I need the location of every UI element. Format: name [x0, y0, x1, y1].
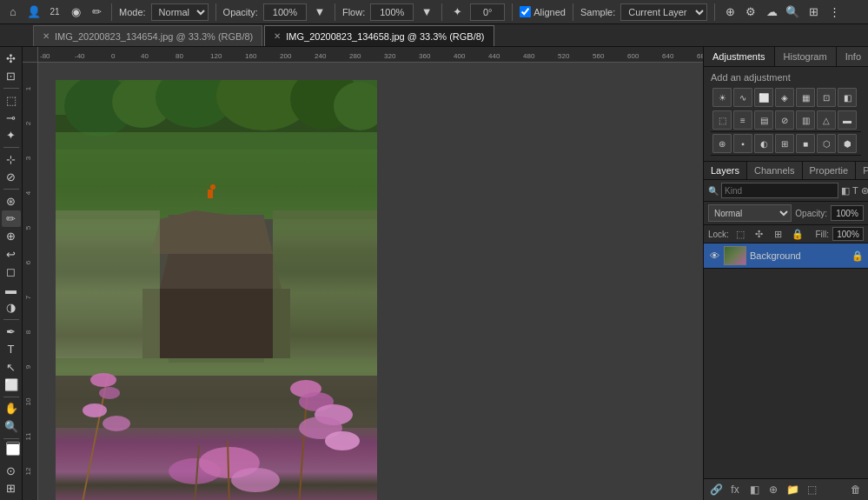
artboard-tool[interactable]: ⊡	[2, 68, 21, 83]
user-icon[interactable]: 👤	[26, 4, 42, 20]
svg-text:5: 5	[24, 225, 32, 230]
layers-search-input[interactable]	[721, 183, 838, 198]
canvas-content[interactable]	[38, 63, 703, 500]
aligned-checkbox[interactable]	[520, 6, 531, 17]
path-select-tool[interactable]: ↖	[2, 359, 21, 375]
extra-icon[interactable]: ⋮	[826, 4, 842, 20]
tab-2-close[interactable]: ✕	[274, 31, 281, 41]
smart-obj-icon[interactable]: ⬢	[838, 134, 857, 153]
marquee-tool[interactable]: ⬚	[2, 92, 21, 108]
tab-1[interactable]: ✕ IMG_20200823_134654.jpg @ 33.3% (RGB/8…	[33, 25, 262, 46]
flow-input[interactable]	[370, 3, 414, 21]
channel-mixer-icon[interactable]: ≡	[733, 110, 752, 130]
angle-input[interactable]	[470, 3, 505, 21]
eyedropper-tool[interactable]: ⊘	[2, 170, 21, 185]
airbrush-icon[interactable]: ✦	[449, 4, 465, 20]
layer-mask-icon[interactable]: ◧	[746, 482, 762, 497]
aligned-label[interactable]: Aligned	[520, 6, 566, 17]
mode-label: Mode:	[119, 7, 146, 17]
selective-color-icon[interactable]: ⊛	[712, 134, 732, 153]
flow-icon[interactable]: ▼	[419, 4, 434, 20]
exposure-icon[interactable]: ⬜	[754, 88, 773, 107]
brush-tool[interactable]: ✏	[2, 210, 21, 226]
zoom-tool[interactable]: 🔍	[2, 418, 21, 434]
background-color[interactable]	[6, 443, 20, 456]
move-tool[interactable]: ✣	[2, 50, 21, 66]
layer-new-icon[interactable]: ⬚	[804, 482, 819, 497]
photo-image	[56, 80, 377, 500]
gradient-tool[interactable]: ▬	[2, 282, 21, 297]
bw-icon[interactable]: ◧	[838, 88, 857, 107]
brush-preset-icon[interactable]: ◉	[68, 4, 83, 20]
opacity-input[interactable]	[831, 205, 864, 221]
quick-mask-tool[interactable]: ⊙	[2, 463, 21, 478]
fill-input[interactable]	[832, 227, 864, 241]
mode-dropdown[interactable]: Normal	[151, 3, 209, 21]
quick-select-tool[interactable]: ✦	[2, 128, 21, 143]
dodge-tool[interactable]: ◑	[2, 300, 21, 316]
layer-fx-icon[interactable]: fx	[727, 482, 743, 497]
shape-icon2[interactable]: ⬡	[817, 134, 836, 153]
sample-all-layers-icon[interactable]: ⊕	[722, 4, 738, 20]
eraser-tool[interactable]: ◻	[2, 264, 21, 280]
search-icon[interactable]: 🔍	[785, 4, 800, 20]
lock-pixel-btn[interactable]: ⬚	[732, 227, 748, 241]
channels-tab[interactable]: Channels	[747, 162, 802, 179]
opacity-input[interactable]	[263, 3, 307, 21]
invert-icon[interactable]: ⊘	[775, 110, 794, 130]
home-icon[interactable]: ⌂	[5, 4, 21, 20]
brush-type-icon[interactable]: ✏	[89, 4, 104, 20]
properties-tab[interactable]: Propertie	[803, 162, 857, 179]
vibrance-icon[interactable]: ◈	[775, 88, 794, 107]
spot-heal-tool[interactable]: ⊛	[2, 193, 21, 209]
threshold-icon[interactable]: △	[817, 110, 836, 130]
pen-tool[interactable]: ✒	[2, 323, 21, 339]
layers-tab[interactable]: Layers	[704, 162, 747, 179]
color-balance-icon[interactable]: ⊡	[817, 88, 836, 107]
type-tool[interactable]: T	[2, 341, 21, 357]
layer-adjustment-icon[interactable]: ⊕	[765, 482, 781, 497]
color-lookup-icon[interactable]: ▤	[754, 110, 773, 130]
layer-filter-1[interactable]: ◧	[841, 183, 850, 198]
gradient-map-icon[interactable]: ▬	[838, 110, 857, 130]
arrange-icon[interactable]: ⊞	[805, 4, 821, 20]
histogram-tab[interactable]: Histogram	[775, 47, 837, 66]
paths-tab[interactable]: Paths	[856, 162, 868, 179]
layer-visibility-icon[interactable]: 👁	[708, 250, 720, 262]
posterize-icon[interactable]: ▥	[796, 110, 815, 130]
solid-color-icon2[interactable]: ■	[796, 134, 815, 153]
hsl-icon[interactable]: ▦	[796, 88, 815, 107]
lock-artboard-btn[interactable]: ⊞	[771, 227, 786, 241]
sample-dropdown[interactable]: Current Layer	[620, 3, 707, 21]
history-tool[interactable]: ↩	[2, 246, 21, 262]
cloud-icon[interactable]: ☁	[764, 4, 779, 20]
adjustments-tab[interactable]: Adjustments	[704, 47, 775, 66]
svg-rect-44	[56, 150, 377, 219]
layer-filter-3[interactable]: ⊛	[861, 183, 868, 198]
layer-filter-2[interactable]: T	[852, 183, 858, 198]
lock-all-btn[interactable]: 🔒	[790, 227, 805, 241]
opacity-icon[interactable]: ▼	[312, 4, 328, 20]
lasso-tool[interactable]: ⊸	[2, 110, 21, 125]
crop-tool[interactable]: ⊹	[2, 151, 21, 167]
pattern-icon[interactable]: ⊞	[775, 134, 794, 153]
shadows-icon[interactable]: ◐	[754, 134, 773, 153]
settings-icon[interactable]: ⚙	[743, 4, 759, 20]
levels-icon[interactable]: ▪	[733, 134, 752, 153]
blend-mode-dropdown[interactable]: Normal	[708, 204, 792, 222]
layer-delete-icon[interactable]: 🗑	[848, 482, 864, 497]
photo-filter-icon[interactable]: ⬚	[712, 110, 732, 130]
layer-folder-icon[interactable]: 📁	[785, 482, 800, 497]
tab-2[interactable]: ✕ IMG_20200823_134658.jpg @ 33.3% (RGB/8…	[264, 25, 494, 46]
info-tab[interactable]: Info	[837, 47, 868, 66]
layer-link-icon[interactable]: 🔗	[708, 482, 724, 497]
brightness-icon[interactable]: ☀	[712, 88, 732, 107]
layer-background[interactable]: 👁 Background 🔒	[704, 243, 868, 269]
curves-icon[interactable]: ∿	[733, 88, 752, 107]
shape-tool[interactable]: ⬜	[2, 377, 21, 392]
tab-1-close[interactable]: ✕	[43, 31, 50, 41]
hand-tool[interactable]: ✋	[2, 401, 21, 417]
lock-move-btn[interactable]: ✣	[752, 227, 767, 241]
clone-tool[interactable]: ⊕	[2, 229, 21, 244]
screen-mode-tool[interactable]: ⊞	[2, 480, 21, 496]
